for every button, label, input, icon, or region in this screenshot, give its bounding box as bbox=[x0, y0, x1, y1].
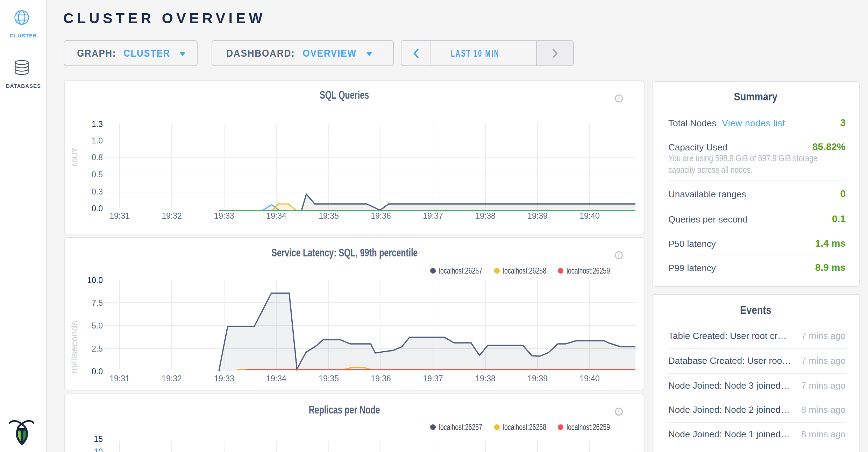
svg-text:10: 10 bbox=[94, 447, 103, 452]
svg-text:19:39: 19:39 bbox=[527, 211, 548, 220]
svg-text:10.0: 10.0 bbox=[87, 276, 103, 285]
svg-text:localhost:26259: localhost:26259 bbox=[567, 422, 610, 432]
svg-text:19:32: 19:32 bbox=[162, 374, 182, 383]
svg-text:19:39: 19:39 bbox=[527, 374, 548, 383]
svg-text:0.5: 0.5 bbox=[92, 170, 103, 179]
svg-text:7.5: 7.5 bbox=[92, 298, 103, 308]
svg-text:19:40: 19:40 bbox=[579, 211, 600, 220]
svg-text:count: count bbox=[69, 148, 79, 166]
svg-text:19:38: 19:38 bbox=[475, 374, 496, 383]
svg-text:19:32: 19:32 bbox=[162, 211, 182, 220]
svg-text:0.0: 0.0 bbox=[92, 367, 103, 376]
svg-text:milliseconds: milliseconds bbox=[69, 321, 79, 373]
svg-text:19:38: 19:38 bbox=[475, 211, 496, 220]
svg-text:19:37: 19:37 bbox=[423, 374, 443, 383]
svg-text:0.3: 0.3 bbox=[92, 187, 103, 196]
svg-text:19:31: 19:31 bbox=[109, 211, 130, 220]
svg-text:1.3: 1.3 bbox=[92, 120, 103, 129]
svg-text:0.8: 0.8 bbox=[92, 153, 103, 162]
svg-text:localhost:26259: localhost:26259 bbox=[567, 266, 610, 275]
svg-text:19:34: 19:34 bbox=[266, 374, 286, 383]
svg-text:19:33: 19:33 bbox=[214, 211, 234, 220]
svg-text:19:31: 19:31 bbox=[109, 374, 130, 383]
svg-text:19:37: 19:37 bbox=[423, 211, 443, 220]
svg-text:localhost:26258: localhost:26258 bbox=[503, 422, 546, 432]
svg-text:19:34: 19:34 bbox=[266, 211, 286, 220]
svg-text:0.0: 0.0 bbox=[92, 204, 103, 213]
svg-text:localhost:26257: localhost:26257 bbox=[439, 422, 482, 432]
svg-text:19:35: 19:35 bbox=[319, 374, 339, 383]
svg-text:19:36: 19:36 bbox=[371, 374, 391, 383]
svg-text:localhost:26257: localhost:26257 bbox=[439, 266, 482, 275]
svg-text:19:36: 19:36 bbox=[371, 211, 391, 220]
svg-text:19:33: 19:33 bbox=[214, 374, 234, 383]
svg-text:5.0: 5.0 bbox=[92, 321, 103, 330]
svg-text:19:40: 19:40 bbox=[579, 374, 600, 383]
svg-text:1.0: 1.0 bbox=[92, 136, 103, 145]
svg-text:19:35: 19:35 bbox=[319, 211, 339, 220]
svg-text:2.5: 2.5 bbox=[92, 344, 103, 353]
svg-text:15: 15 bbox=[94, 435, 103, 444]
svg-text:localhost:26258: localhost:26258 bbox=[503, 266, 546, 275]
